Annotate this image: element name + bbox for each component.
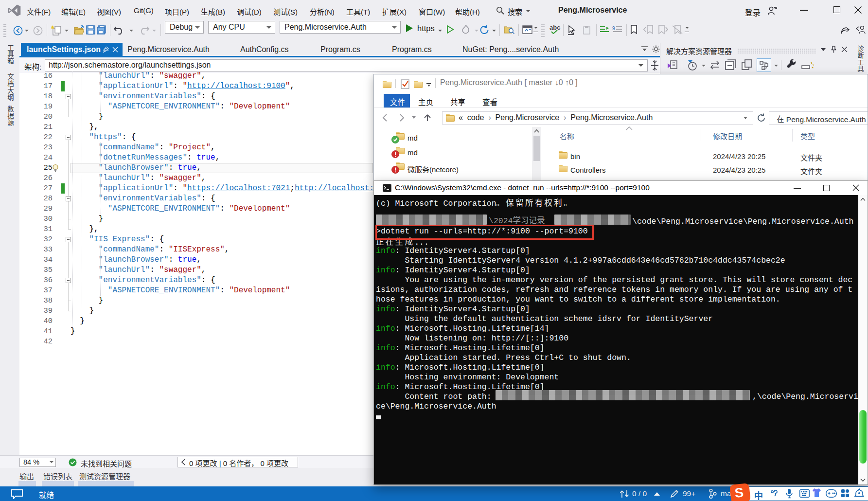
- svg-text:9: 9: [612, 26, 615, 31]
